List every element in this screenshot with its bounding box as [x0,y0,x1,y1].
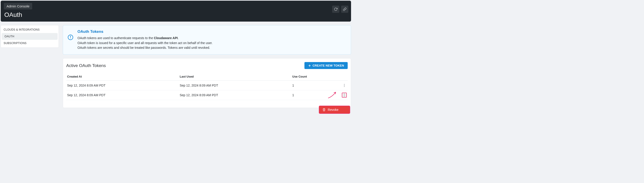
cell-last-used: Sep 12, 2024 8:09 AM PDT [179,81,292,90]
kebab-icon [344,94,345,97]
svg-point-2 [70,36,71,37]
cell-created: Sep 12, 2024 8:09 AM PDT [66,90,179,100]
table-row: Sep 12, 2024 8:09 AM PDT Sep 12, 2024 8:… [66,81,348,90]
svg-point-6 [344,85,345,86]
cell-created: Sep 12, 2024 8:09 AM PDT [66,81,179,90]
cell-use-count: 1 [292,90,334,100]
info-line1-bold: Cloudaware API [154,36,178,40]
cell-use-count: 1 [292,81,334,90]
link-button[interactable] [341,6,348,13]
info-body: OAuth tokens are used to authenticate re… [78,36,212,50]
col-header-last-used: Last Used [179,73,292,81]
page-title: OAuth [4,11,348,18]
info-title: OAuth Tokens [78,29,212,34]
info-line2: OAuth token is issued for a specific use… [78,41,212,45]
link-icon [343,7,346,11]
plus-icon [308,64,311,67]
info-icon [68,34,74,40]
sidebar: CLOUDS & INTEGRATIONS OAUTH SUBSCRIPTION… [1,25,59,48]
refresh-icon [334,7,338,11]
create-token-button[interactable]: CREATE NEW TOKEN [304,62,348,69]
tokens-section-title: Active OAuth Tokens [66,63,106,68]
create-token-label: CREATE NEW TOKEN [312,64,344,67]
cell-last-used: Sep 12, 2024 8:09 AM PDT [179,90,292,100]
info-line1-pre: OAuth tokens are used to authenticate re… [78,36,154,40]
svg-point-8 [344,94,345,94]
refresh-button[interactable] [332,6,339,13]
info-line3: OAuth tokens are secrets and should be t… [78,46,210,49]
revoke-menu-item[interactable]: Revoke [319,106,350,114]
info-line1-post: . [178,36,178,40]
svg-point-5 [344,84,345,85]
row-actions-button[interactable] [342,93,347,98]
sidebar-item-clouds-integrations[interactable]: CLOUDS & INTEGRATIONS [1,26,58,33]
trash-icon [322,108,326,111]
info-panel: OAuth Tokens OAuth tokens are used to au… [63,25,351,55]
row-actions-button[interactable] [342,83,347,88]
col-header-use-count: Use Count [292,73,334,81]
svg-point-9 [344,95,345,96]
revoke-label: Revoke [328,108,338,112]
col-header-created: Created At [66,73,179,81]
kebab-icon [344,84,345,87]
sidebar-item-oauth[interactable]: OAUTH [2,33,58,40]
header-bar: Admin Console OAuth [1,1,351,21]
table-row: Sep 12, 2024 8:09 AM PDT Sep 12, 2024 8:… [66,90,348,100]
tokens-card: Active OAuth Tokens CREATE NEW TOKEN Cre… [63,58,351,108]
sidebar-item-subscriptions[interactable]: SUBSCRIPTIONS [1,40,58,46]
breadcrumb[interactable]: Admin Console [4,3,32,9]
svg-point-7 [344,86,345,87]
tokens-table: Created At Last Used Use Count Sep 12, 2… [66,73,348,100]
svg-point-10 [344,96,345,97]
